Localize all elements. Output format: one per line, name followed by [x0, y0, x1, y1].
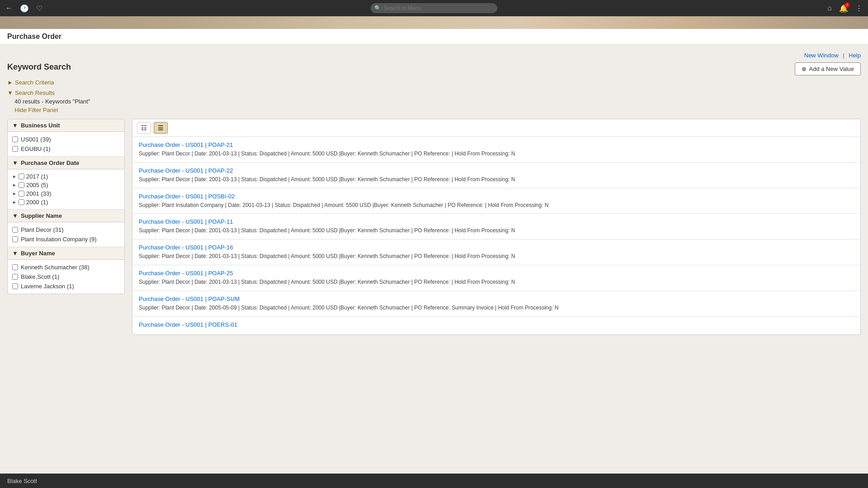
year-2001-checkbox[interactable]: [19, 191, 24, 197]
new-window-link[interactable]: New Window: [804, 52, 839, 59]
tree-item: ► 2005 (5): [12, 181, 120, 189]
results-list: Purchase Order - US001 | POAP-21 Supplie…: [132, 137, 860, 334]
table-row[interactable]: Purchase Order - US001 | POSBI-02 Suppli…: [132, 188, 860, 214]
result-details: Supplier: Plant Decor | Date: 2001-03-13…: [139, 176, 854, 183]
results-count: 40 results - Keywords "Plant": [14, 98, 861, 105]
banner-image: [0, 16, 868, 29]
buyer-name-header[interactable]: ▼ Buyer Name: [8, 247, 124, 260]
link-separator: |: [843, 52, 844, 59]
result-link[interactable]: Purchase Order - US001 | POAP-22: [139, 167, 854, 174]
filter-item: US001 (39): [12, 135, 120, 144]
home-icon[interactable]: ⌂: [827, 4, 832, 12]
top-links: New Window | Help: [7, 52, 861, 59]
year-2017-checkbox[interactable]: [19, 174, 24, 179]
top-nav-right: ⌂ 🔔 1 ⋮: [827, 4, 863, 13]
year-2000-checkbox[interactable]: [19, 199, 24, 205]
keyword-search-title: Keyword Search: [7, 62, 71, 72]
us001-checkbox[interactable]: [12, 136, 18, 142]
year-2001-label: 2001 (33): [26, 190, 52, 197]
blake-scott-checkbox[interactable]: [12, 274, 18, 280]
plant-decor-checkbox[interactable]: [12, 227, 18, 233]
po-date-header[interactable]: ▼ Purchase Order Date: [8, 157, 124, 169]
table-row[interactable]: Purchase Order - US001 | POAP-11 Supplie…: [132, 214, 860, 239]
page-header: Purchase Order: [0, 29, 868, 45]
buyer-name-body: Kenneth Schumacher (38) Blake,Scott (1) …: [8, 260, 124, 294]
user-name: Blake Scott: [7, 478, 37, 484]
table-row[interactable]: Purchase Order - US001 | POAP-SUM Suppli…: [132, 291, 860, 317]
result-details: Supplier: Plant Insulation Company | Dat…: [139, 202, 854, 209]
add-new-value-button[interactable]: ⊕ Add a New Value: [795, 62, 861, 75]
kenneth-schumacher-checkbox[interactable]: [12, 264, 18, 270]
result-link[interactable]: Purchase Order - US001 | POAP-16: [139, 244, 854, 251]
supplier-name-label: Supplier Name: [21, 212, 62, 219]
result-link[interactable]: Purchase Order - US001 | POAP-25: [139, 270, 854, 277]
menu-search[interactable]: 🔍: [371, 3, 497, 13]
plant-insulation-label: Plant Insulation Company (9): [21, 236, 97, 243]
filter-item: EGUBU (1): [12, 144, 120, 154]
result-details: Supplier: Plant Decor | Date: 2001-03-13…: [139, 253, 854, 260]
year-2005-label: 2005 (5): [26, 182, 48, 188]
chevron-down-icon: ▼: [12, 160, 18, 166]
tree-expand-icon[interactable]: ►: [12, 200, 17, 205]
result-details: Supplier: Plant Decor | Date: 2001-03-13…: [139, 227, 854, 235]
egubu-checkbox[interactable]: [12, 146, 18, 152]
tree-expand-icon[interactable]: ►: [12, 183, 17, 188]
hide-filter-panel-link[interactable]: Hide Filter Panel: [14, 107, 58, 113]
po-date-body: ► 2017 (1) ► 2005 (5) ► 2001 (33): [8, 169, 124, 209]
table-row[interactable]: Purchase Order - US001 | POAP-22 Supplie…: [132, 163, 860, 188]
search-icon: 🔍: [374, 5, 381, 11]
filter-item: Kenneth Schumacher (38): [12, 263, 120, 272]
search-criteria-toggle[interactable]: ► Search Criteria: [7, 79, 861, 86]
egubu-label: EGUBU (1): [21, 145, 51, 152]
sidebar-filters: ▼ Business Unit US001 (39) EGUBU (1): [7, 119, 125, 294]
menu-search-input[interactable]: [371, 3, 497, 13]
year-2017-label: 2017 (1): [26, 173, 48, 180]
supplier-name-header[interactable]: ▼ Supplier Name: [8, 210, 124, 222]
help-link[interactable]: Help: [849, 52, 861, 59]
result-link[interactable]: Purchase Order - US001 | POERS-01: [139, 321, 854, 328]
notifications-icon[interactable]: 🔔 1: [839, 4, 848, 13]
plant-insulation-checkbox[interactable]: [12, 236, 18, 242]
search-results-section: ▼ Search Results 40 results - Keywords "…: [7, 89, 861, 113]
result-link[interactable]: Purchase Order - US001 | POAP-21: [139, 141, 854, 148]
buyer-name-filter: ▼ Buyer Name Kenneth Schumacher (38) Bla…: [8, 247, 124, 294]
tree-item: ► 2017 (1): [12, 172, 120, 181]
supplier-name-body: Plant Decor (31) Plant Insulation Compan…: [8, 222, 124, 247]
list-view-button[interactable]: ☰: [154, 122, 168, 134]
business-unit-filter: ▼ Business Unit US001 (39) EGUBU (1): [8, 119, 124, 157]
top-navigation: ← 🕐 ♡ 🔍 ⌂ 🔔 1 ⋮: [0, 0, 868, 16]
results-toolbar: ☷ ☰: [132, 119, 860, 137]
laverne-jackson-label: Laverne Jackson (1): [21, 283, 74, 290]
search-results-toggle[interactable]: ▼ Search Results: [7, 89, 861, 96]
table-row[interactable]: Purchase Order - US001 | POAP-25 Supplie…: [132, 265, 860, 291]
chevron-down-icon: ▼: [12, 212, 18, 219]
business-unit-label: Business Unit: [21, 122, 60, 129]
more-icon[interactable]: ⋮: [855, 4, 863, 13]
plus-circle-icon: ⊕: [802, 66, 807, 72]
sidebar: ▼ Business Unit US001 (39) EGUBU (1): [7, 119, 125, 335]
table-row[interactable]: Purchase Order - US001 | POERS-01: [132, 317, 860, 334]
table-row[interactable]: Purchase Order - US001 | POAP-16 Supplie…: [132, 239, 860, 265]
add-new-value-label: Add a New Value: [809, 66, 854, 72]
result-link[interactable]: Purchase Order - US001 | POSBI-02: [139, 193, 854, 200]
result-link[interactable]: Purchase Order - US001 | POAP-SUM: [139, 296, 854, 302]
grid-view-button[interactable]: ☷: [137, 122, 151, 134]
tree-expand-icon[interactable]: ►: [12, 174, 17, 179]
table-row[interactable]: Purchase Order - US001 | POAP-21 Supplie…: [132, 137, 860, 163]
business-unit-body: US001 (39) EGUBU (1): [8, 132, 124, 156]
chevron-down-icon: ▼: [12, 122, 18, 129]
business-unit-header[interactable]: ▼ Business Unit: [8, 119, 124, 132]
tree-item: ► 2001 (33): [12, 189, 120, 198]
favorite-icon[interactable]: ♡: [36, 4, 42, 13]
notification-badge: 1: [844, 2, 850, 8]
filter-item: Blake,Scott (1): [12, 272, 120, 282]
laverne-jackson-checkbox[interactable]: [12, 283, 18, 289]
year-2005-checkbox[interactable]: [19, 182, 24, 188]
filter-item: Laverne Jackson (1): [12, 282, 120, 291]
kenneth-schumacher-label: Kenneth Schumacher (38): [21, 264, 90, 271]
result-link[interactable]: Purchase Order - US001 | POAP-11: [139, 218, 854, 225]
history-icon[interactable]: 🕐: [20, 4, 29, 13]
tree-expand-icon[interactable]: ►: [12, 191, 17, 196]
back-icon[interactable]: ←: [5, 4, 13, 12]
filter-item: Plant Insulation Company (9): [12, 235, 120, 244]
